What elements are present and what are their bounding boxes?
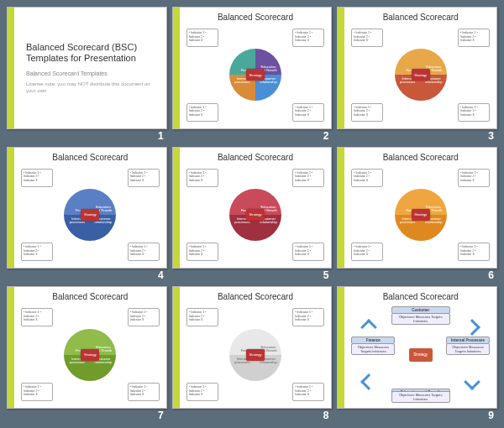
slide-body: Balanced Scorecard • Indicator 1 • Indic… bbox=[180, 287, 332, 408]
slide-canvas: Balanced Scorecard Customer Objectives M… bbox=[337, 286, 497, 409]
flow-diagram: Customer Objectives Measures Targets Ini… bbox=[349, 305, 491, 405]
indicator-box-bl: • Indicator 1 • Indicator 2 • Indicator … bbox=[21, 243, 53, 261]
center-strategy: Strategy bbox=[412, 209, 430, 221]
slide-canvas: Balanced Scorecard • Indicator 1 • Indic… bbox=[7, 147, 167, 269]
flow-top-cells: Objectives Measures Targets Initiatives bbox=[391, 313, 450, 325]
slide-2[interactable]: Balanced Scorecard • Indicator 1 • Indic… bbox=[172, 7, 333, 142]
arrow-icon bbox=[360, 319, 377, 336]
slide-body: Balanced Scorecard • Indicator 1 • Indic… bbox=[180, 8, 332, 128]
indicator-box-tl: • Indicator 1 • Indicator 2 • Indicator … bbox=[186, 308, 218, 326]
slide-1[interactable]: Balanced Scorecard (BSC) Templates for P… bbox=[7, 7, 167, 142]
slide-number: 2 bbox=[172, 129, 333, 142]
title-sub: Balanced Scorecard Templates bbox=[26, 70, 108, 76]
center-strategy: Strategy bbox=[412, 69, 430, 81]
title-note: License note: you may NOT distribute thi… bbox=[26, 81, 155, 93]
slide-number: 8 bbox=[172, 409, 333, 421]
slide-canvas: Balanced Scorecard (BSC) Templates for P… bbox=[7, 7, 167, 129]
slide-title: Balanced Scorecard bbox=[218, 13, 293, 22]
indicator-box-tr: • Indicator 1 • Indicator 2 • Indicator … bbox=[458, 169, 490, 187]
accent-bar bbox=[8, 287, 14, 408]
indicator-box-tr: • Indicator 1 • Indicator 2 • Indicator … bbox=[128, 308, 160, 326]
slide-number: 9 bbox=[337, 409, 497, 421]
accent-bar bbox=[8, 8, 14, 128]
indicator-box-tr: • Indicator 1 • Indicator 2 • Indicator … bbox=[292, 169, 324, 187]
slide-body: Balanced Scorecard • Indicator 1 • Indic… bbox=[344, 8, 496, 128]
accent-bar bbox=[173, 148, 180, 269]
pie-chart: Finance Education and Growth Internal pr… bbox=[64, 329, 116, 381]
flow-center-strategy: Strategy bbox=[409, 348, 433, 362]
indicator-box-br: • Indicator 1 • Indicator 2 • Indicator … bbox=[458, 243, 490, 261]
indicator-box-bl: • Indicator 1 • Indicator 2 • Indicator … bbox=[351, 243, 383, 261]
pie-chart: Finance Education and Growth Internal pr… bbox=[395, 49, 447, 101]
slide-canvas: Balanced Scorecard • Indicator 1 • Indic… bbox=[337, 7, 497, 129]
accent-bar bbox=[173, 8, 180, 128]
slide-number: 7 bbox=[7, 409, 167, 421]
indicator-box-tr: • Indicator 1 • Indicator 2 • Indicator … bbox=[128, 169, 160, 187]
slide-canvas: Balanced Scorecard • Indicator 1 • Indic… bbox=[172, 7, 333, 129]
indicator-box-br: • Indicator 1 • Indicator 2 • Indicator … bbox=[128, 383, 160, 401]
pie-chart: Finance Education and Growth Internal pr… bbox=[229, 189, 281, 241]
slide-body: Balanced Scorecard (BSC) Templates for P… bbox=[14, 8, 166, 128]
bsc-diagram: • Indicator 1 • Indicator 2 • Indicator … bbox=[185, 25, 327, 125]
slide-number: 3 bbox=[337, 129, 497, 142]
indicator-box-tr: • Indicator 1 • Indicator 2 • Indicator … bbox=[458, 29, 490, 47]
slide-7[interactable]: Balanced Scorecard • Indicator 1 • Indic… bbox=[7, 286, 167, 421]
indicator-box-br: • Indicator 1 • Indicator 2 • Indicator … bbox=[292, 243, 324, 261]
slide-body: Balanced Scorecard • Indicator 1 • Indic… bbox=[14, 148, 166, 269]
indicator-box-br: • Indicator 1 • Indicator 2 • Indicator … bbox=[128, 243, 160, 261]
accent-bar bbox=[173, 287, 180, 408]
center-strategy: Strategy bbox=[81, 349, 99, 361]
indicator-box-br: • Indicator 1 • Indicator 2 • Indicator … bbox=[292, 103, 324, 122]
title-main: Balanced Scorecard (BSC) Templates for P… bbox=[26, 42, 155, 64]
indicator-box-tl: • Indicator 1 • Indicator 2 • Indicator … bbox=[21, 308, 53, 326]
slide-3[interactable]: Balanced Scorecard • Indicator 1 • Indic… bbox=[337, 7, 497, 142]
pie-chart: Finance Education and Growth Internal pr… bbox=[229, 329, 281, 381]
slide-title: Balanced Scorecard bbox=[52, 153, 128, 162]
slide-4[interactable]: Balanced Scorecard • Indicator 1 • Indic… bbox=[7, 147, 167, 282]
flow-bottom-cells: Objectives Measures Targets Initiatives bbox=[391, 391, 450, 403]
accent-bar bbox=[8, 148, 14, 269]
slide-title: Balanced Scorecard bbox=[383, 292, 459, 301]
slide-title: Balanced Scorecard bbox=[218, 153, 293, 162]
pie-chart: Finance Education and Growth Internal pr… bbox=[229, 49, 281, 101]
bsc-diagram: • Indicator 1 • Indicator 2 • Indicator … bbox=[185, 165, 327, 265]
indicator-box-tr: • Indicator 1 • Indicator 2 • Indicator … bbox=[292, 308, 324, 326]
indicator-box-bl: • Indicator 1 • Indicator 2 • Indicator … bbox=[186, 103, 218, 122]
slide-title: Balanced Scorecard bbox=[52, 292, 128, 301]
arrow-icon bbox=[464, 319, 480, 336]
indicator-box-tr: • Indicator 1 • Indicator 2 • Indicator … bbox=[292, 29, 324, 47]
slide-number: 4 bbox=[7, 269, 167, 281]
indicator-box-bl: • Indicator 1 • Indicator 2 • Indicator … bbox=[351, 103, 383, 122]
pie-chart: Finance Education and Growth Internal pr… bbox=[395, 189, 447, 241]
slide-number: 1 bbox=[7, 129, 167, 142]
indicator-box-br: • Indicator 1 • Indicator 2 • Indicator … bbox=[292, 383, 324, 401]
indicator-box-bl: • Indicator 1 • Indicator 2 • Indicator … bbox=[21, 383, 53, 401]
slide-canvas: Balanced Scorecard • Indicator 1 • Indic… bbox=[7, 286, 167, 409]
slide-9[interactable]: Balanced Scorecard Customer Objectives M… bbox=[337, 286, 497, 421]
center-strategy: Strategy bbox=[81, 209, 99, 221]
slide-canvas: Balanced Scorecard • Indicator 1 • Indic… bbox=[172, 286, 333, 409]
indicator-box-tl: • Indicator 1 • Indicator 2 • Indicator … bbox=[351, 169, 383, 187]
slide-title: Balanced Scorecard bbox=[383, 13, 459, 22]
slide-title: Balanced Scorecard bbox=[218, 292, 293, 301]
indicator-box-tl: • Indicator 1 • Indicator 2 • Indicator … bbox=[351, 29, 383, 47]
arrow-icon bbox=[360, 373, 377, 390]
slide-body: Balanced Scorecard • Indicator 1 • Indic… bbox=[344, 148, 496, 269]
indicator-box-bl: • Indicator 1 • Indicator 2 • Indicator … bbox=[186, 383, 218, 401]
center-strategy: Strategy bbox=[246, 209, 265, 221]
indicator-box-tl: • Indicator 1 • Indicator 2 • Indicator … bbox=[186, 169, 218, 187]
slide-6[interactable]: Balanced Scorecard • Indicator 1 • Indic… bbox=[337, 147, 497, 282]
bsc-diagram: • Indicator 1 • Indicator 2 • Indicator … bbox=[185, 305, 327, 405]
flow-right-cells: Objectives Measures Targets Initiatives bbox=[446, 343, 490, 355]
slide-5[interactable]: Balanced Scorecard • Indicator 1 • Indic… bbox=[172, 147, 333, 282]
arrow-icon bbox=[464, 373, 480, 390]
slide-body: Balanced Scorecard • Indicator 1 • Indic… bbox=[180, 148, 332, 269]
flow-left-cells: Objectives Measures Targets Initiatives bbox=[351, 343, 395, 355]
bsc-diagram: • Indicator 1 • Indicator 2 • Indicator … bbox=[19, 165, 161, 265]
slide-8[interactable]: Balanced Scorecard • Indicator 1 • Indic… bbox=[172, 286, 333, 421]
slide-body: Balanced Scorecard Customer Objectives M… bbox=[344, 287, 496, 408]
indicator-box-tl: • Indicator 1 • Indicator 2 • Indicator … bbox=[21, 169, 53, 187]
bsc-diagram: • Indicator 1 • Indicator 2 • Indicator … bbox=[349, 25, 491, 125]
center-strategy: Strategy bbox=[246, 69, 265, 81]
slide-canvas: Balanced Scorecard • Indicator 1 • Indic… bbox=[172, 147, 333, 269]
